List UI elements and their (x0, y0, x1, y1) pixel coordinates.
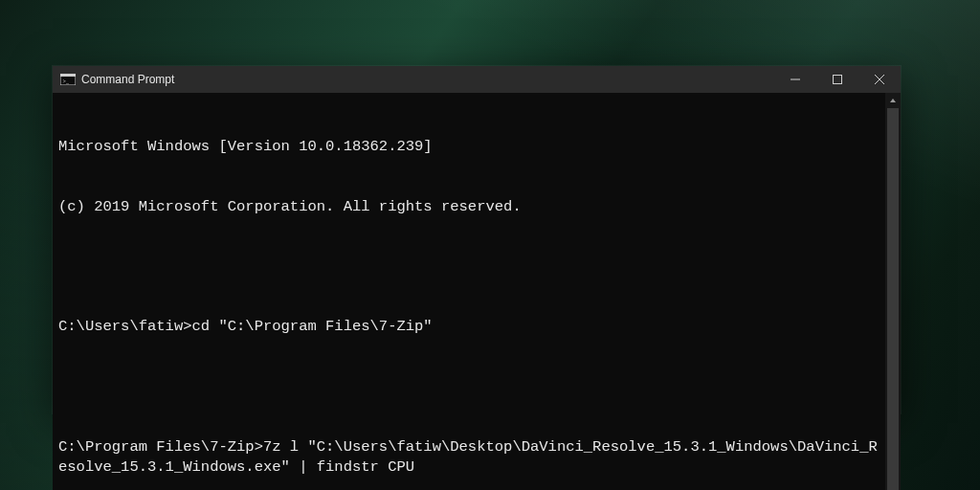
scrollbar-track[interactable] (885, 108, 901, 490)
svg-marker-7 (890, 99, 896, 102)
maximize-button[interactable] (816, 66, 858, 93)
svg-rect-1 (60, 74, 76, 77)
close-button[interactable] (858, 66, 901, 93)
desktop-background: >_ Command Prompt Microsoft Windows [Ver… (0, 0, 980, 490)
terminal-blank-line (58, 256, 880, 277)
svg-rect-4 (834, 76, 842, 84)
minimize-button[interactable] (774, 66, 816, 93)
svg-rect-3 (791, 79, 800, 80)
window-title: Command Prompt (81, 73, 174, 86)
command-prompt-window: >_ Command Prompt Microsoft Windows [Ver… (53, 66, 901, 413)
titlebar[interactable]: >_ Command Prompt (53, 66, 901, 93)
terminal-line: Microsoft Windows [Version 10.0.18362.23… (58, 137, 880, 157)
svg-text:>_: >_ (63, 78, 70, 84)
terminal-line: C:\Users\fatiw>cd "C:\Program Files\7-Zi… (58, 317, 880, 337)
vertical-scrollbar[interactable] (885, 93, 901, 490)
terminal-output[interactable]: Microsoft Windows [Version 10.0.18362.23… (53, 93, 885, 490)
cmd-icon: >_ (60, 73, 76, 86)
scroll-up-button[interactable] (885, 93, 901, 108)
scrollbar-thumb[interactable] (887, 108, 899, 490)
terminal-blank-line (58, 377, 880, 397)
terminal-line: C:\Program Files\7-Zip>7z l "C:\Users\fa… (58, 437, 880, 478)
terminal-line: (c) 2019 Microsoft Corporation. All righ… (58, 197, 880, 217)
client-area: Microsoft Windows [Version 10.0.18362.23… (53, 93, 901, 490)
